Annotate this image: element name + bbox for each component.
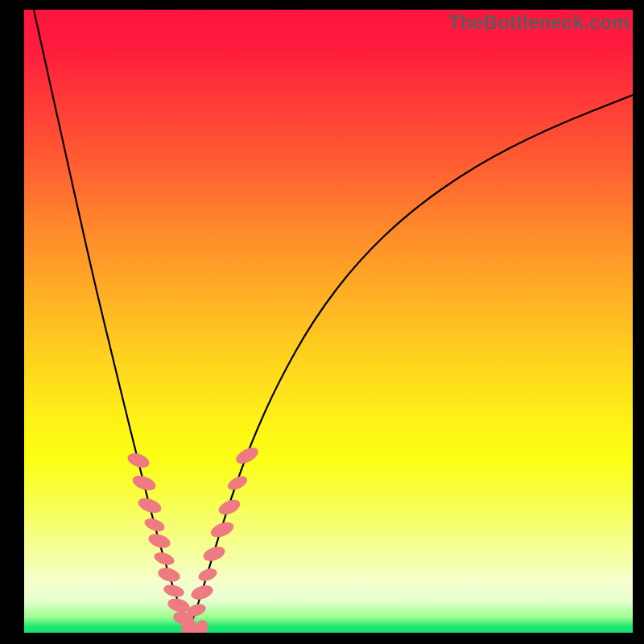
bead-marker (130, 473, 158, 493)
bead-marker (163, 583, 186, 599)
watermark-text: TheBottleneck.com (448, 11, 630, 34)
bead-marker (136, 495, 163, 515)
right-curve (189, 95, 633, 630)
chart-svg (24, 10, 633, 633)
plot-area (24, 10, 633, 633)
bead-marker (217, 497, 242, 518)
bead-marker (196, 566, 218, 583)
bead-marker (201, 544, 227, 564)
bead-marker (126, 451, 151, 471)
bead-marker (156, 565, 181, 584)
bead-marker (233, 444, 261, 467)
bead-marker (208, 519, 236, 540)
bead-marker (189, 583, 215, 602)
bead-marker (142, 516, 166, 534)
bead-marker (225, 473, 250, 493)
bead-marker (147, 531, 172, 551)
bead-marker (152, 550, 175, 567)
left-curve (34, 10, 189, 630)
